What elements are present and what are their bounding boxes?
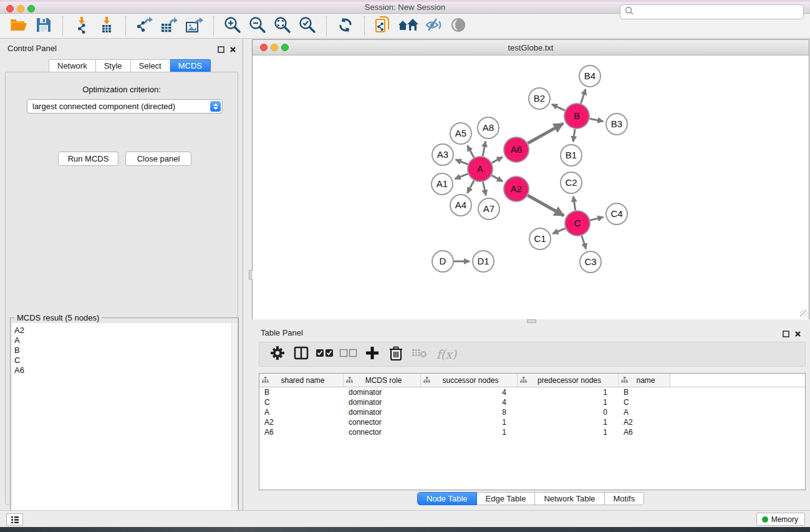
network-window-titlebar[interactable]: testGlobe.txt <box>253 40 809 56</box>
column-header-successor-nodes[interactable]: successor nodes <box>421 374 518 387</box>
hide-panel-button[interactable] <box>421 15 446 37</box>
edge-A-A5[interactable] <box>468 145 474 157</box>
task-history-button[interactable] <box>6 513 23 526</box>
node-B2[interactable]: B2 <box>529 88 550 109</box>
node-table[interactable]: shared nameMCDS rolesuccessor nodesprede… <box>259 373 806 490</box>
edge-B-B2[interactable] <box>552 104 565 110</box>
node-B1[interactable]: B1 <box>561 145 582 166</box>
edge-A6-B[interactable] <box>528 123 563 143</box>
node-D1[interactable]: D1 <box>473 251 494 272</box>
refresh-button[interactable] <box>333 15 358 37</box>
deselect-all-button[interactable] <box>338 344 359 365</box>
result-list-item[interactable]: C <box>14 355 237 365</box>
node-A8[interactable]: A8 <box>478 117 499 138</box>
float-table-panel-icon[interactable] <box>783 329 789 340</box>
edge-A-A3[interactable] <box>456 160 468 165</box>
horizontal-splitter-handle[interactable] <box>527 319 536 323</box>
add-row-button[interactable] <box>362 344 383 365</box>
select-all-button[interactable] <box>314 344 335 365</box>
search-input[interactable] <box>620 4 804 19</box>
close-table-panel-icon[interactable] <box>794 329 801 340</box>
node-C[interactable]: C <box>565 211 590 236</box>
edge-B-B3[interactable] <box>590 118 604 121</box>
column-header-shared-name[interactable]: shared name <box>259 374 344 387</box>
column-header-MCDS-role[interactable]: MCDS role <box>344 374 421 387</box>
mcds-result-list[interactable]: A2ABCA6 <box>12 323 237 526</box>
tab-select[interactable]: Select <box>131 59 170 72</box>
memory-button[interactable]: Memory <box>756 513 805 526</box>
edge-A2-C[interactable] <box>528 195 564 215</box>
vertical-splitter-handle[interactable] <box>249 270 253 279</box>
table-row[interactable]: Cdominator41C <box>259 397 805 407</box>
result-list-item[interactable]: B <box>14 346 237 355</box>
tab-edge-table[interactable]: Edge Table <box>477 492 536 505</box>
import-table-button[interactable] <box>94 15 119 37</box>
delete-table-button[interactable] <box>409 344 430 365</box>
node-C1[interactable]: C1 <box>529 228 551 249</box>
column-header-name[interactable]: name <box>619 374 670 387</box>
node-A5[interactable]: A5 <box>450 123 471 144</box>
node-A2[interactable]: A2 <box>504 177 529 201</box>
tab-motifs[interactable]: Motifs <box>605 492 645 505</box>
edge-A-A7[interactable] <box>483 182 486 196</box>
home-button[interactable] <box>396 15 421 37</box>
float-panel-icon[interactable] <box>218 44 224 56</box>
edge-C-C1[interactable] <box>552 228 565 233</box>
tab-style[interactable]: Style <box>96 59 131 72</box>
run-mcds-button[interactable]: Run MCDS <box>58 152 118 166</box>
function-button[interactable]: f(x) <box>433 344 460 365</box>
table-row[interactable]: A6connector11A6 <box>259 427 805 437</box>
zoom-fit-button[interactable] <box>270 15 295 37</box>
node-A1[interactable]: A1 <box>432 173 453 195</box>
edge-C-C4[interactable] <box>590 217 603 220</box>
node-C3[interactable]: C3 <box>580 251 601 273</box>
tab-mcds[interactable]: MCDS <box>170 59 211 72</box>
close-panel-button[interactable]: Close panel <box>125 152 191 166</box>
edge-B-B4[interactable] <box>581 89 586 104</box>
edge-A-A1[interactable] <box>455 174 468 179</box>
network-canvas[interactable]: B4B2BB3A8A5A6A3B1AC2A1A2A4A7C4CC1DD1C3 <box>253 56 809 319</box>
export-image-button[interactable] <box>182 15 207 37</box>
edge-B-B1[interactable] <box>573 129 575 142</box>
copy-network-button[interactable] <box>371 15 396 37</box>
edge-A-A6[interactable] <box>492 157 503 163</box>
close-panel-icon[interactable] <box>229 44 236 56</box>
node-C2[interactable]: C2 <box>561 172 582 193</box>
delete-row-button[interactable] <box>385 344 407 365</box>
split-columns-button[interactable] <box>291 344 312 365</box>
edge-C-C2[interactable] <box>573 196 575 211</box>
node-B4[interactable]: B4 <box>579 65 600 87</box>
column-header-predecessor-nodes[interactable]: predecessor nodes <box>518 374 619 387</box>
window-resize-grip[interactable] <box>800 310 808 317</box>
edge-A-A4[interactable] <box>467 181 474 193</box>
zoom-selected-button[interactable] <box>295 15 320 37</box>
save-session-button[interactable] <box>31 15 56 37</box>
table-row[interactable]: A2connector11A2 <box>259 417 805 427</box>
node-A7[interactable]: A7 <box>478 198 499 220</box>
import-network-button[interactable] <box>69 15 94 37</box>
node-C4[interactable]: C4 <box>606 203 627 225</box>
node-A4[interactable]: A4 <box>450 195 471 216</box>
table-row[interactable]: Adominator80A <box>259 407 805 417</box>
tab-node-table[interactable]: Node Table <box>417 492 477 505</box>
edge-C-C3[interactable] <box>582 236 586 249</box>
node-B[interactable]: B <box>564 104 589 128</box>
criterion-dropdown[interactable]: largest connected component (directed) <box>27 99 223 114</box>
export-table-button[interactable] <box>157 15 182 37</box>
node-B3[interactable]: B3 <box>606 114 627 135</box>
result-list-item[interactable]: A <box>14 336 237 346</box>
table-row[interactable]: Bdominator41B <box>259 387 805 397</box>
zoom-in-button[interactable] <box>220 15 245 37</box>
tab-network-table[interactable]: Network Table <box>535 492 604 505</box>
node-A[interactable]: A <box>468 157 493 181</box>
node-A6[interactable]: A6 <box>504 137 529 162</box>
result-list-item[interactable]: A2 <box>14 326 237 336</box>
edge-A-A8[interactable] <box>483 142 486 157</box>
node-D[interactable]: D <box>432 251 453 272</box>
result-scrollbar[interactable] <box>231 323 237 526</box>
node-A3[interactable]: A3 <box>432 144 453 165</box>
result-list-item[interactable]: A6 <box>14 365 237 375</box>
edge-A-A2[interactable] <box>491 175 503 181</box>
tab-network[interactable]: Network <box>49 59 96 72</box>
open-session-button[interactable] <box>6 15 31 37</box>
